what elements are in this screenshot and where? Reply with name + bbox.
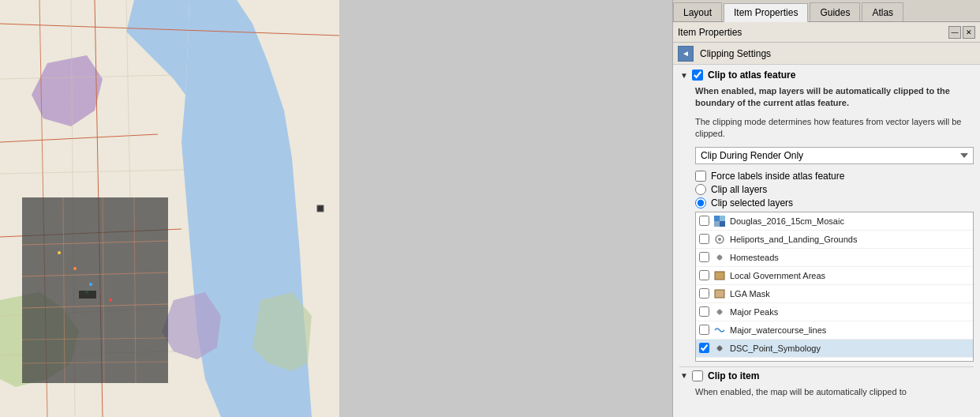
layer-checkbox-peaks[interactable] — [699, 306, 709, 317]
clip-to-atlas-header: ▼ Clip to atlas feature — [679, 70, 974, 81]
point-icon — [713, 232, 727, 246]
layer-name-lga-mask: LGA Mask — [730, 289, 770, 299]
layer-checkbox-heliports[interactable] — [699, 234, 709, 244]
line-icon — [713, 323, 727, 337]
svg-rect-27 — [317, 205, 324, 212]
polygon-icon — [713, 269, 727, 283]
force-labels-label: Force labels inside atlas feature — [711, 171, 844, 182]
layer-name-heliports: Heliports_and_Landing_Grounds — [730, 235, 857, 244]
properties-panel: Layout Item Properties Guides Atlas Item… — [672, 0, 980, 417]
clip-all-layers-radio[interactable] — [695, 184, 706, 195]
panel-title: Item Properties — [678, 27, 742, 38]
clipping-settings-label: Clipping Settings — [700, 48, 771, 59]
minor-line-icon — [713, 359, 727, 362]
svg-point-23 — [89, 283, 92, 286]
tab-atlas[interactable]: Atlas — [862, 2, 903, 21]
layer-checkbox-watercourse[interactable] — [699, 325, 709, 335]
clip-mode-dropdown[interactable]: Clip During Render Only Clip to Extent C… — [695, 147, 974, 164]
layer-name-homesteads: Homesteads — [730, 253, 779, 262]
clip-to-item-header: ▼ Clip to item — [679, 370, 974, 381]
collapse-atlas-icon[interactable]: ▼ — [679, 70, 689, 80]
list-item: Minor_Watercourse — [696, 358, 973, 362]
svg-rect-38 — [715, 290, 724, 298]
panel-content: ▼ Clip to atlas feature When enabled, ma… — [673, 65, 980, 417]
svg-rect-31 — [720, 221, 725, 227]
list-item: Major Peaks — [696, 303, 973, 321]
list-item: Local Government Areas — [696, 267, 973, 285]
layer-checkbox-dsc[interactable] — [699, 343, 709, 353]
polygon-mask-icon — [713, 287, 727, 301]
panel-header: Item Properties — ✕ — [673, 22, 980, 43]
collapse-item-icon[interactable]: ▼ — [679, 371, 689, 381]
list-item: Major_watercourse_lines — [696, 321, 973, 340]
clip-to-item-description: When enabled, the map will be automatica… — [695, 386, 974, 398]
clip-to-atlas-checkbox[interactable] — [692, 70, 703, 81]
minimize-button[interactable]: — — [948, 26, 961, 39]
canvas-background — [339, 0, 672, 417]
svg-point-24 — [109, 299, 112, 302]
clip-to-item-title: Clip to item — [708, 370, 759, 381]
clip-selected-layers-label: Clip selected layers — [711, 197, 793, 208]
list-item: Heliports_and_Landing_Grounds — [696, 231, 973, 249]
panel-controls: — ✕ — [948, 26, 975, 39]
layer-checkbox-lga-mask[interactable] — [699, 288, 709, 299]
svg-rect-28 — [714, 216, 720, 221]
map-canvas[interactable] — [0, 0, 339, 417]
clip-all-layers-label: Clip all layers — [711, 184, 767, 195]
svg-rect-37 — [715, 272, 724, 280]
close-button[interactable]: ✕ — [963, 26, 975, 39]
clip-to-atlas-title: Clip to atlas feature — [708, 70, 795, 81]
clip-mode-dropdown-row: Clip During Render Only Clip to Extent C… — [695, 147, 974, 164]
dsc-icon — [713, 341, 727, 355]
list-item: LGA Mask — [696, 285, 973, 303]
svg-rect-26 — [79, 291, 96, 299]
svg-point-21 — [58, 251, 61, 254]
layer-checkbox-lga[interactable] — [699, 270, 709, 280]
back-button[interactable]: ◄ — [678, 46, 694, 62]
layers-list[interactable]: Douglas_2016_15cm_Mosaic Heliports_and_L… — [695, 212, 974, 362]
peak-icon — [713, 305, 727, 319]
layer-name-douglas: Douglas_2016_15cm_Mosaic — [730, 216, 844, 226]
raster-icon — [713, 214, 727, 228]
layer-name-lga: Local Government Areas — [730, 271, 825, 280]
tab-guides[interactable]: Guides — [810, 2, 860, 21]
list-item: Douglas_2016_15cm_Mosaic — [696, 212, 973, 231]
tab-layout[interactable]: Layout — [673, 2, 722, 21]
layer-checkbox-homesteads[interactable] — [699, 252, 709, 262]
point-small-icon — [713, 250, 727, 265]
svg-rect-30 — [714, 221, 720, 227]
clip-selected-layers-radio[interactable] — [695, 197, 706, 208]
layer-name-watercourse: Major_watercourse_lines — [730, 325, 826, 335]
map-svg — [0, 0, 339, 417]
clip-to-item-checkbox[interactable] — [692, 370, 703, 381]
svg-rect-29 — [720, 216, 725, 221]
force-labels-row: Force labels inside atlas feature — [695, 171, 974, 182]
clip-selected-layers-row: Clip selected layers — [695, 197, 974, 208]
layer-name-dsc: DSC_Point_Symbology — [730, 344, 821, 353]
layer-checkbox-minor-water[interactable] — [699, 361, 709, 362]
list-item: DSC_Point_Symbology — [696, 340, 973, 358]
clipping-settings-row: ◄ Clipping Settings — [673, 43, 980, 65]
svg-rect-12 — [22, 197, 168, 383]
svg-point-22 — [73, 267, 77, 270]
clip-all-layers-row: Clip all layers — [695, 184, 974, 195]
layer-name-peaks: Major Peaks — [730, 307, 778, 317]
atlas-description-sub: The clipping mode determines how feature… — [695, 116, 974, 141]
panel-tabs: Layout Item Properties Guides Atlas — [673, 0, 980, 22]
clip-to-item-section: ▼ Clip to item When enabled, the map wil… — [679, 366, 974, 398]
force-labels-checkbox[interactable] — [695, 171, 706, 182]
tab-item-properties[interactable]: Item Properties — [724, 3, 808, 22]
list-item: Homesteads — [696, 249, 973, 267]
layer-checkbox-douglas[interactable] — [699, 216, 709, 226]
atlas-description-bold: When enabled, map layers will be automat… — [695, 85, 974, 110]
svg-point-33 — [718, 238, 721, 241]
